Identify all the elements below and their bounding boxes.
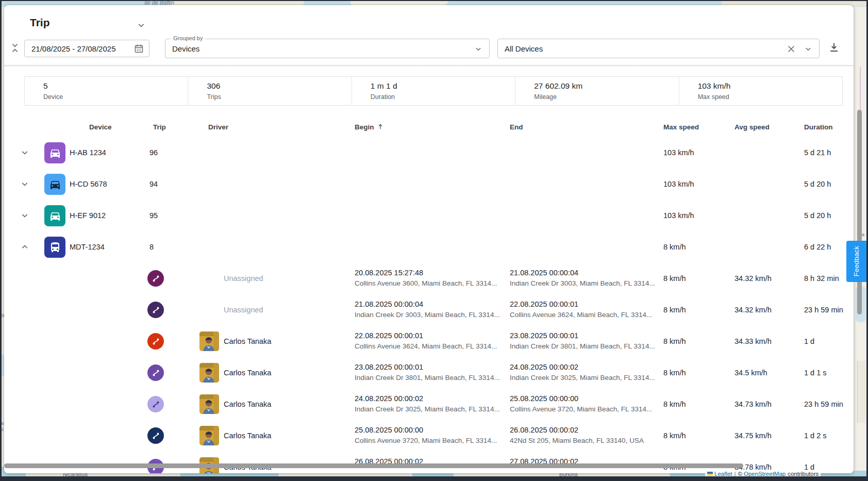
report-toolbar: 21/08/2025 - 27/08/2025 Grouped by Devic… — [4, 37, 854, 61]
trip-row[interactable]: Carlos Tanaka23.08.2025 00:00:01Indian C… — [4, 357, 854, 389]
clear-icon[interactable] — [786, 44, 796, 56]
window-frame-bottom — [0, 476, 868, 481]
column-header-max-speed[interactable]: Max speed — [663, 118, 699, 137]
max-speed: 8 km/h — [663, 357, 686, 389]
column-header-begin[interactable]: Begin — [355, 118, 384, 137]
avg-speed: 34.75 km/h — [735, 420, 772, 452]
duration: 6 d 22 h — [804, 231, 831, 263]
stat-value: 5 — [43, 81, 188, 91]
avg-speed: 34.32 km/h — [735, 263, 772, 294]
group-row[interactable]: H-EF 901295103 km/h5 d 20 h — [4, 200, 854, 232]
driver-avatar — [199, 363, 219, 383]
column-header-driver[interactable]: Driver — [208, 118, 228, 137]
expand-group-button[interactable] — [20, 179, 30, 189]
chevron-down-icon[interactable] — [474, 44, 483, 56]
stat-label: Trips — [207, 93, 351, 101]
duration: 23 h 59 min — [804, 294, 843, 326]
stat-value: 103 km/h — [698, 81, 842, 91]
column-header-trip[interactable]: Trip — [153, 118, 166, 137]
collapse-group-button[interactable] — [20, 242, 30, 252]
column-header-device[interactable]: Device — [89, 118, 112, 137]
report-type-select[interactable]: Trip — [4, 5, 854, 37]
chevron-down-icon[interactable] — [804, 44, 813, 56]
expand-group-button[interactable] — [20, 210, 30, 221]
duration: 5 d 20 h — [804, 169, 831, 200]
stat-device: 5 Device — [25, 77, 188, 105]
duration: 1 d 1 s — [804, 357, 827, 389]
begin-address: Collins Avenue 3720, Miami Beach, FL 331… — [355, 437, 497, 444]
end-time: 23.08.2025 00:00:01 — [510, 331, 578, 340]
trip-row[interactable]: Unassigned20.08.2025 15:27:48Collins Ave… — [4, 263, 854, 295]
begin-address: Collins Avenue 3600, Miami Beach, FL 331… — [355, 279, 497, 287]
feedback-tab[interactable]: Feedback — [846, 241, 866, 282]
map-label-fragment: a — [862, 232, 864, 237]
device-name: H-EF 9012 — [70, 200, 106, 231]
begin-time: 21.08.2025 00:00:04 — [355, 300, 423, 308]
begin-time: 20.08.2025 15:27:48 — [355, 269, 423, 277]
window-frame-top — [0, 0, 868, 1]
duration: 8 h 32 min — [804, 263, 839, 294]
column-header-duration[interactable]: Duration — [804, 118, 833, 137]
max-speed: 103 km/h — [663, 200, 694, 231]
device-filter-select[interactable]: All Devices — [497, 39, 820, 58]
group-row[interactable]: MDT-123488 km/h6 d 22 h — [4, 231, 854, 263]
max-speed: 8 km/h — [663, 231, 686, 263]
column-header-avg-speed[interactable]: Avg speed — [735, 118, 770, 137]
trip-row[interactable]: Carlos Tanaka25.08.2025 00:00:00Collins … — [4, 420, 854, 452]
driver-avatar — [199, 394, 219, 414]
expand-group-button[interactable] — [20, 147, 30, 158]
duration: 5 d 20 h — [804, 200, 831, 231]
device-name: H-AB 1234 — [70, 137, 106, 169]
avg-speed: 34.73 km/h — [735, 389, 772, 420]
max-speed: 8 km/h — [663, 452, 686, 473]
route-icon — [147, 364, 164, 381]
car-front-icon — [44, 142, 65, 163]
flag-icon — [707, 472, 713, 476]
car-front-icon — [44, 174, 65, 195]
begin-address: Collins Avenue 3624, Miami Beach, FL 331… — [355, 342, 497, 350]
end-time: 24.08.2025 00:00:02 — [510, 363, 578, 371]
driver-avatar — [199, 426, 219, 445]
grouped-by-select[interactable]: Grouped by Devices — [165, 39, 490, 58]
stat-label: Mileage — [534, 93, 678, 101]
route-icon — [147, 427, 164, 444]
device-name: H-CD 5678 — [70, 169, 107, 200]
duration: 5 d 21 h — [804, 137, 831, 169]
route-icon — [147, 333, 164, 350]
device-name: MDT-1234 — [70, 231, 105, 263]
calendar-icon[interactable] — [133, 43, 144, 56]
duration: 1 d — [804, 326, 814, 357]
sort-asc-icon — [377, 118, 384, 138]
column-header-end[interactable]: End — [510, 118, 523, 137]
grouped-by-value: Devices — [172, 44, 199, 53]
table-header: Device Trip Driver Begin End Max speed A… — [4, 118, 854, 138]
driver-name: Carlos Tanaka — [224, 452, 271, 473]
vertical-scrollbar[interactable] — [857, 110, 862, 314]
stat-duration: 1 m 1 d Duration — [352, 77, 515, 105]
stat-value: 27 602.09 km — [534, 81, 678, 91]
report-type-label: Trip — [30, 16, 50, 29]
end-time: 26.08.2025 00:00:02 — [510, 426, 578, 434]
chevron-down-icon[interactable] — [136, 20, 146, 32]
begin-address: Indian Creek Dr 3003, Miami Beach, FL 33… — [355, 311, 500, 319]
trip-count: 8 — [149, 231, 154, 263]
end-time: 25.08.2025 00:00:00 — [510, 394, 578, 403]
max-speed: 103 km/h — [663, 137, 694, 169]
begin-address: Indian Creek Dr 3025, Miami Beach, FL 33… — [355, 405, 500, 413]
bus-icon — [44, 237, 65, 258]
trip-row[interactable]: Carlos Tanaka22.08.2025 00:00:01Collins … — [4, 326, 854, 358]
trip-row[interactable]: Unassigned21.08.2025 00:00:04Indian Cree… — [4, 294, 854, 326]
driver-name: Carlos Tanaka — [224, 357, 271, 389]
date-range-input[interactable]: 21/08/2025 - 27/08/2025 — [24, 40, 149, 57]
group-row[interactable]: H-CD 567894103 km/h5 d 20 h — [4, 169, 854, 201]
download-button[interactable] — [828, 41, 841, 55]
group-row[interactable]: H-AB 123496103 km/h5 d 21 h — [4, 137, 854, 169]
collapse-all-button[interactable] — [9, 42, 22, 55]
max-speed: 8 km/h — [663, 326, 686, 357]
route-icon — [147, 302, 164, 318]
trip-row[interactable]: Carlos Tanaka24.08.2025 00:00:02Indian C… — [4, 389, 854, 421]
end-address: Collins Avenue 3720, Miami Beach, FL 331… — [510, 405, 652, 413]
unfold-less-icon — [9, 42, 21, 54]
horizontal-scrollbar[interactable] — [4, 463, 743, 468]
end-address: Indian Creek Dr 3801, Miami Beach, FL 33… — [510, 342, 655, 350]
